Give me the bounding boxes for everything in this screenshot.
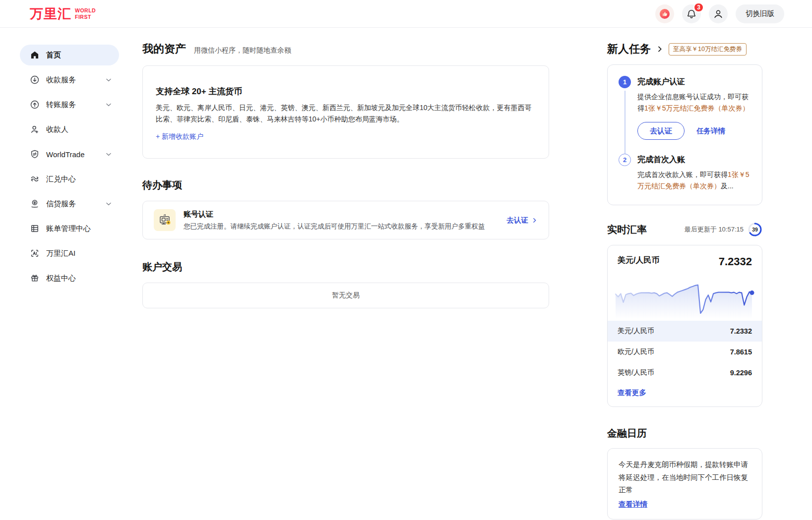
exchange-icon — [30, 174, 40, 184]
sidebar-item-label: 转账服务 — [46, 100, 99, 110]
transactions-empty-label: 暂无交易 — [332, 291, 360, 300]
chevron-down-icon — [105, 151, 112, 158]
ai-icon — [30, 248, 40, 258]
top-header: 万里汇 WORLD FIRST 3 — [0, 0, 812, 28]
account-verify-illustration — [154, 209, 176, 231]
step-2-desc: 完成首次收款入账，即可获得1张￥5万元结汇免费券（单次券）及... — [637, 169, 751, 192]
live-rates-title: 实时汇率 — [607, 223, 685, 236]
go-verify-link[interactable]: 去认证 — [507, 216, 538, 225]
step-connector — [625, 91, 625, 154]
bill-list-icon — [30, 224, 40, 233]
sidebar-item-label: WorldTrade — [46, 150, 99, 159]
tasks-reward-badge: 至高享￥10万结汇免费券 — [669, 43, 747, 56]
notification-count-badge: 3 — [693, 2, 704, 12]
logo-cn-text: 万里汇 — [30, 5, 71, 23]
step-1-verify-button[interactable]: 去认证 — [637, 122, 685, 140]
shield-trade-icon — [30, 149, 40, 159]
chevron-down-icon — [105, 76, 112, 83]
arrow-down-circle-icon — [30, 75, 40, 85]
sidebar-item-worldtrade[interactable]: WorldTrade — [20, 144, 119, 165]
calendar-notice-text: 今天是丹麦克朗币种假期，提款转账申请将延迟处理，在当地时间下个工作日恢复正常 — [619, 459, 751, 496]
step-2-title: 完成首次入账 — [637, 155, 751, 165]
sidebar-item-billing-center[interactable]: 账单管理中心 — [20, 218, 119, 239]
feedback-thumbs-up-button[interactable] — [655, 4, 674, 23]
sidebar-item-label: 账单管理中心 — [46, 224, 112, 233]
live-rates-card: 美元/人民币 7.2332 — [607, 245, 762, 407]
sidebar-nav: 首页 收款服务 转账服务 收款人 — [0, 28, 131, 292]
sidebar-item-transfer-services[interactable]: 转账服务 — [20, 94, 119, 115]
assets-card-title: 支持全球 20+ 主流货币 — [156, 86, 536, 97]
sidebar-item-fx-center[interactable]: 汇兑中心 — [20, 169, 119, 189]
sidebar-item-label: 万里汇AI — [46, 249, 112, 258]
sidebar-item-label: 汇兑中心 — [46, 174, 112, 184]
add-receiving-account-link[interactable]: + 新增收款账户 — [156, 132, 203, 141]
sidebar-item-label: 收款人 — [46, 125, 112, 134]
person-add-icon — [30, 124, 40, 134]
sidebar-item-label: 首页 — [46, 51, 112, 60]
main-content: 我的资产 用微信小程序，随时随地查余额 支持全球 20+ 主流货币 美元、欧元、… — [142, 28, 549, 308]
view-more-rates-link[interactable]: 查看更多 — [618, 389, 646, 397]
switch-old-version-button[interactable]: 切换旧版 — [736, 4, 784, 23]
home-icon — [30, 50, 40, 60]
step-2-number: 2 — [619, 154, 631, 166]
assets-card-desc: 美元、欧元、离岸人民币、日元、港元、英镑、澳元、新西兰元、新加坡元及加元全球10… — [156, 102, 536, 124]
assets-card: 支持全球 20+ 主流货币 美元、欧元、离岸人民币、日元、港元、英镑、澳元、新西… — [142, 65, 549, 159]
todo-title: 待办事项 — [142, 178, 549, 192]
step-1-title: 完成账户认证 — [637, 77, 751, 87]
sidebar-item-home[interactable]: 首页 — [20, 45, 119, 65]
assets-subtitle: 用微信小程序，随时随地查余额 — [194, 46, 291, 55]
thumbs-up-icon — [659, 8, 671, 20]
todo-item-desc: 您已完成注册。请继续完成账户认证，认证完成后可使用万里汇一站式收款服务，享受新用… — [184, 222, 507, 231]
sidebar-item-label: 权益中心 — [46, 274, 112, 283]
todo-item-title: 账号认证 — [184, 210, 507, 219]
step-1-desc: 提供企业信息账号认证成功，即可获得1张￥5万元结汇免费券（单次券） — [637, 91, 751, 114]
step-1-task-details-link[interactable]: 任务详情 — [696, 126, 725, 136]
transactions-title: 账户交易 — [142, 260, 549, 274]
featured-pair-value: 7.2332 — [719, 255, 752, 268]
rate-row-usd-cny[interactable]: 美元/人民币 7.2332 — [608, 321, 762, 342]
right-panel: 新人任务 至高享￥10万结汇免费券 1 完成账户认证 提供企业信息账号认证成功，… — [607, 28, 762, 520]
task-step-1: 1 完成账户认证 提供企业信息账号认证成功，即可获得1张￥5万元结汇免费券（单次… — [619, 77, 751, 140]
new-user-tasks-title: 新人任务 — [607, 42, 651, 57]
transactions-empty-card: 暂无交易 — [142, 283, 549, 308]
featured-pair-label: 美元/人民币 — [618, 255, 659, 266]
step-1-number: 1 — [619, 76, 631, 88]
user-icon — [713, 8, 724, 19]
svg-text:39: 39 — [752, 227, 758, 232]
sidebar-item-receive-services[interactable]: 收款服务 — [20, 69, 119, 90]
financial-calendar-title: 金融日历 — [607, 427, 647, 440]
credit-icon — [30, 199, 40, 209]
todo-card: 账号认证 您已完成注册。请继续完成账户认证，认证完成后可使用万里汇一站式收款服务… — [142, 201, 549, 239]
sidebar-item-label: 收款服务 — [46, 75, 99, 85]
gift-icon — [30, 273, 40, 283]
tasks-chevron-right-icon[interactable] — [656, 45, 664, 53]
sidebar-item-worldfirst-ai[interactable]: 万里汇AI — [20, 243, 119, 264]
rate-sparkline-chart — [608, 268, 762, 321]
worldfirst-logo: 万里汇 WORLD FIRST — [30, 5, 96, 23]
calendar-details-link[interactable]: 查看详情 — [619, 500, 647, 509]
sidebar-item-label: 信贷服务 — [46, 199, 99, 209]
rate-row-gbp-cny[interactable]: 英镑/人民币 9.2296 — [608, 362, 762, 383]
sidebar-item-credit-services[interactable]: 信贷服务 — [20, 193, 119, 214]
arrow-up-circle-icon — [30, 100, 40, 110]
rates-updated-label: 最后更新于 10:57:15 — [685, 225, 744, 234]
new-user-tasks-card: 1 完成账户认证 提供企业信息账号认证成功，即可获得1张￥5万元结汇免费券（单次… — [607, 64, 762, 205]
assets-title: 我的资产 — [142, 42, 186, 57]
notifications-button[interactable]: 3 — [682, 4, 701, 23]
sidebar-item-payees[interactable]: 收款人 — [20, 119, 119, 140]
monitor-id-icon — [158, 213, 172, 227]
task-step-2: 2 完成首次入账 完成首次收款入账，即可获得1张￥5万元结汇免费券（单次券）及.… — [619, 155, 751, 192]
financial-calendar-card: 今天是丹麦克朗币种假期，提款转账申请将延迟处理，在当地时间下个工作日恢复正常 查… — [607, 448, 762, 519]
account-button[interactable] — [709, 4, 728, 23]
chevron-down-icon — [105, 101, 112, 108]
rate-row-eur-cny[interactable]: 欧元/人民币 7.8615 — [608, 342, 762, 362]
refresh-countdown-timer: 39 — [748, 222, 762, 237]
sidebar-item-benefits-center[interactable]: 权益中心 — [20, 268, 119, 289]
chevron-right-icon — [531, 217, 538, 224]
logo-en-text: WORLD FIRST — [75, 7, 96, 19]
chevron-down-icon — [105, 200, 112, 207]
